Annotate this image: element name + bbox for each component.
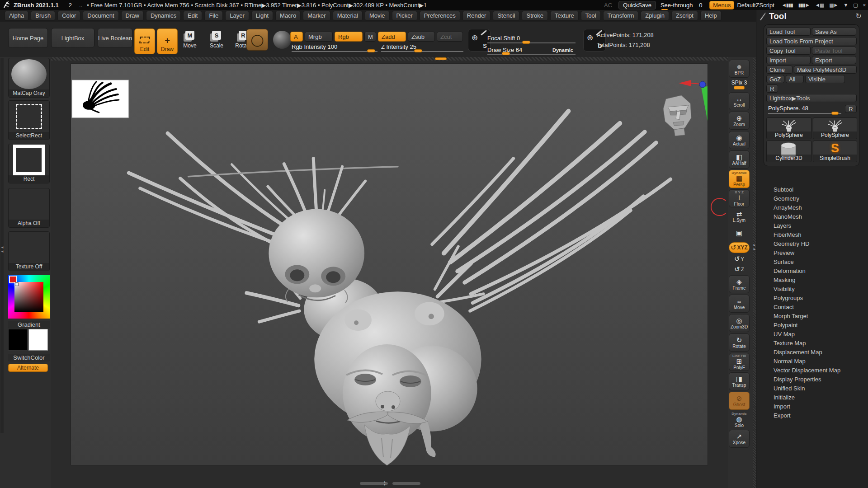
edit-mode-button[interactable]: Edit: [134, 28, 155, 54]
nav-button[interactable]: Live Boolean: [98, 28, 132, 48]
z-intensity-handle[interactable]: [414, 49, 422, 52]
tool-button[interactable]: GoZ: [766, 75, 784, 83]
tool-thumbnail[interactable]: PolySphere: [813, 117, 857, 139]
tool-button[interactable]: Load Tool: [766, 28, 811, 36]
tool-button[interactable]: Paste Tool: [812, 47, 856, 55]
subpalette-item[interactable]: FiberMesh: [756, 230, 868, 239]
window-control-icon[interactable]: ◄▮▮▮: [782, 2, 793, 8]
right-shelf-button[interactable]: ● BPR: [729, 60, 750, 78]
tool-button[interactable]: Clone: [766, 66, 793, 74]
tool-button[interactable]: Import: [766, 56, 811, 64]
subpalette-item[interactable]: Normal Map: [756, 357, 868, 366]
rgb-intensity-handle[interactable]: [367, 49, 375, 52]
menu-item[interactable]: Macro: [275, 11, 301, 21]
divider-handle[interactable]: [435, 57, 447, 60]
gradient-button[interactable]: Gradient: [8, 321, 50, 328]
left-tray-collapse-arrows[interactable]: ◄◄: [0, 245, 4, 253]
subpalette-item[interactable]: UV Map: [756, 330, 868, 339]
menu-item[interactable]: Document: [83, 11, 118, 21]
subpalette-item[interactable]: Layers: [756, 221, 868, 230]
palette-pick-icon[interactable]: [759, 12, 767, 21]
right-shelf-button[interactable]: ◨ Transp: [729, 372, 750, 390]
menu-item[interactable]: Dynamics: [146, 11, 181, 21]
tool-name-slider[interactable]: PolySphere. 48 R: [766, 105, 857, 115]
right-shelf-button[interactable]: ◉ Actual: [729, 131, 750, 149]
menu-item[interactable]: Color: [57, 11, 80, 21]
saturation-value-square[interactable]: [14, 282, 43, 312]
menu-item[interactable]: Brush: [31, 11, 55, 21]
subpalette-item[interactable]: Import: [756, 402, 868, 411]
menu-item[interactable]: Stencil: [493, 11, 519, 21]
canvas-scrollbar[interactable]: [392, 482, 420, 485]
right-shelf-button[interactable]: ◎ Zoom3D: [729, 314, 750, 332]
menu-item[interactable]: Texture: [550, 11, 579, 21]
focal-shift-handle[interactable]: [522, 41, 530, 44]
menu-item[interactable]: Alpha: [5, 11, 28, 21]
paint-mode-button[interactable]: Zsub: [408, 32, 435, 42]
draw-size-handle[interactable]: [502, 52, 510, 55]
right-shelf-button[interactable]: ↺ Z: [729, 265, 750, 274]
menu-item[interactable]: Edit: [183, 11, 202, 21]
right-shelf-button[interactable]: ↔ Scroll: [729, 92, 750, 110]
menu-item[interactable]: Zscript: [671, 11, 698, 21]
tray-thumbnail[interactable]: SelectRect: [8, 100, 50, 140]
menu-item[interactable]: Render: [462, 11, 491, 21]
subpalette-item[interactable]: Display Properties: [756, 375, 868, 384]
nav-button[interactable]: Home Page: [8, 28, 48, 48]
tray-thumbnail[interactable]: MatCap Gray: [8, 58, 50, 98]
quicksave-button[interactable]: QuickSave: [618, 1, 656, 9]
tool-button[interactable]: Export: [812, 56, 856, 64]
tool-thumbnail[interactable]: S SimpleBrush: [813, 141, 857, 162]
nav-button[interactable]: LightBox: [51, 28, 94, 48]
menu-item[interactable]: Tool: [581, 11, 601, 21]
window-control-icon[interactable]: ▢: [853, 2, 857, 8]
tray-thumbnail[interactable]: Alpha Off: [8, 188, 50, 228]
subpalette-item[interactable]: Subtool: [756, 185, 868, 194]
subpalette-item[interactable]: Unified Skin: [756, 384, 868, 393]
tool-button[interactable]: Lightbox▶Tools: [766, 94, 857, 102]
tool-slider-track[interactable]: [768, 113, 841, 114]
camview-head-widget[interactable]: [663, 95, 691, 136]
alternate-button[interactable]: Alternate: [8, 364, 48, 372]
right-shelf-button[interactable]: ↺ Y: [729, 254, 750, 263]
focal-shift-track[interactable]: [487, 42, 576, 43]
paint-mode-button[interactable]: Zadd: [378, 32, 406, 42]
menu-item[interactable]: Preferences: [420, 11, 460, 21]
subpalette-item[interactable]: Surface: [756, 258, 868, 267]
see-through-slider[interactable]: See-through 0: [660, 2, 702, 9]
right-shelf-button[interactable]: Line Fill ⊞ PolyF: [729, 353, 750, 371]
right-shelf-button[interactable]: ⇔ Move: [729, 295, 750, 313]
transform-button[interactable]: S Scale: [207, 31, 226, 49]
draw-size-track[interactable]: [487, 54, 576, 55]
subpalette-item[interactable]: Displacement Map: [756, 348, 868, 357]
tray-thumbnail[interactable]: Texture Off: [8, 231, 50, 271]
tool-button[interactable]: R: [766, 84, 778, 93]
paint-mode-button[interactable]: Rgb: [335, 32, 363, 42]
tool-button[interactable]: Make PolyMesh3D: [794, 66, 857, 74]
subpalette-item[interactable]: Masking: [756, 276, 868, 285]
window-control-icon[interactable]: ▮▮▮►: [798, 2, 810, 8]
tool-button[interactable]: Load Tools From Project: [766, 37, 857, 45]
menu-item[interactable]: Zplugin: [641, 11, 669, 21]
right-shelf-button[interactable]: ⇄ L.Sym: [729, 209, 750, 224]
right-shelf-button[interactable]: ▣: [729, 225, 750, 241]
menu-item[interactable]: Draw: [121, 11, 144, 21]
subpalette-item[interactable]: Polypaint: [756, 321, 868, 330]
menu-item[interactable]: Marker: [303, 11, 330, 21]
rgb-intensity-track[interactable]: [292, 51, 377, 52]
paint-mode-button[interactable]: Zcut: [437, 32, 463, 42]
right-shelf-button[interactable]: X Y Z ⊥ Floor: [729, 189, 750, 207]
subpalette-item[interactable]: ArrayMesh: [756, 203, 868, 212]
tool-thumbnail[interactable]: Cylinder3D: [766, 141, 811, 162]
paint-mode-button[interactable]: A: [290, 32, 303, 42]
subpalette-item[interactable]: NanoMesh: [756, 212, 868, 221]
subpalette-item[interactable]: Preview: [756, 249, 868, 258]
right-shelf-button[interactable]: ↗ Xpose: [729, 430, 750, 448]
right-shelf-button[interactable]: ⊕ Zoom: [729, 112, 750, 130]
color-picker[interactable]: [8, 275, 50, 319]
subpalette-item[interactable]: Geometry HD: [756, 239, 868, 249]
right-shelf-button[interactable]: Dynamic ◍ Solo: [729, 411, 750, 428]
subpalette-item[interactable]: Polygroups: [756, 294, 868, 303]
paint-mode-button[interactable]: Mrgb: [305, 32, 333, 42]
window-control-icon[interactable]: ×: [863, 2, 865, 8]
